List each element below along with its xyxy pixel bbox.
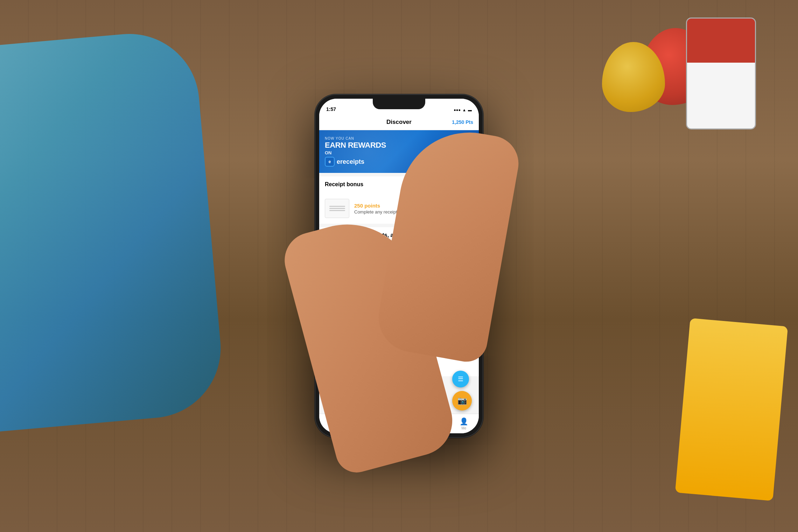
ereceipts-icon: e: [325, 157, 335, 167]
phone-notch: [373, 99, 425, 109]
campbells-can-bg: [686, 18, 756, 130]
fab-camera-icon: 📷: [457, 396, 467, 405]
tab-me-label: Me: [461, 426, 466, 430]
status-time: 1:57: [326, 106, 336, 112]
banner-small-text: NOW YOU CAN: [325, 136, 435, 140]
phone-device: 1:57 ●●● ▲ ▬ Discover 1,250 Pts NOW YOU …: [315, 94, 483, 438]
fab-receipt-icon: ☰: [458, 375, 463, 383]
nav-points: 1,250 Pts: [452, 119, 473, 125]
receipt-thumbnail: [325, 199, 349, 218]
receipt-line-3: [329, 210, 345, 211]
nav-title: Discover: [386, 119, 412, 126]
cheerios-box-bg: [675, 318, 788, 501]
fab-container: ☰ 📷: [452, 371, 472, 411]
signal-icon: ●●●: [454, 108, 461, 112]
wifi-icon: ▲: [462, 108, 466, 112]
nav-bar: Discover 1,250 Pts: [319, 114, 479, 130]
receipt-bonus-title: Receipt bonus: [325, 181, 363, 188]
receipt-line-2: [329, 208, 345, 209]
tostitos-bag-bg: [0, 28, 226, 433]
tab-me-icon: 👤: [460, 417, 468, 426]
banner-big-text: EARN REWARDS: [325, 141, 435, 149]
fab-camera-button[interactable]: 📷: [452, 391, 472, 411]
ereceipts-label: ereceipts: [337, 158, 364, 166]
fab-receipt-button[interactable]: ☰: [452, 371, 469, 387]
ereceipts-letter: e: [329, 159, 331, 164]
status-icons: ●●● ▲ ▬: [454, 108, 472, 112]
battery-icon: ▬: [468, 108, 472, 112]
receipt-line-1: [329, 206, 345, 207]
tab-me[interactable]: 👤 Me: [457, 416, 471, 432]
